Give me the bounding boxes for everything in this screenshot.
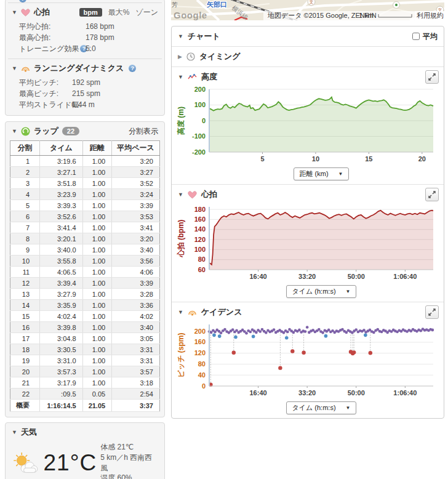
expand-button[interactable]: [425, 188, 439, 201]
elevation-title: 高度: [201, 71, 217, 83]
column-header: 分割: [10, 141, 40, 156]
svg-text:高度 (m): 高度 (m): [177, 107, 185, 135]
table-row: 203:57.31.003:57: [10, 366, 160, 377]
stat-row: トレーニング効果:5.0: [6, 43, 164, 54]
map-terms-link[interactable]: 利用規約: [417, 12, 444, 19]
weather-body: 21°C 体感 21℃5 km／h 西南西 風湿度 60%: [6, 441, 164, 479]
charts-title: チャート: [188, 31, 220, 42]
tab-zone[interactable]: ゾーン: [135, 7, 158, 18]
laps-section-header[interactable]: ▼ ラップ 22 分割表示: [6, 122, 164, 140]
svg-text:40: 40: [198, 371, 206, 379]
sun-cloud-icon: [12, 449, 39, 477]
map-canvas: 文 文 芳 矢部口 横浜線 Google 地図データ ©2015 Google,…: [171, 0, 444, 20]
svg-text:200: 200: [194, 86, 206, 93]
elevation-axis-select-row: 距離 (km)▼: [172, 167, 444, 184]
collapse-triangle-icon[interactable]: ▼: [178, 192, 183, 198]
cadence-axis-select-row: タイム (h:m:s)▼: [172, 401, 444, 418]
dropdown-value: 距離 (km): [300, 169, 329, 179]
heart-rate-chart-header[interactable]: ▼ 心拍: [172, 185, 444, 203]
heart-rate-stats: 平均心拍:168 bpm最高心拍:178 bpmトレーニング効果:5.0: [6, 21, 164, 54]
weather-detail-line: 5 km／h 西南西 風: [100, 453, 159, 473]
heart-icon: [21, 9, 30, 17]
heart-rate-chart[interactable]: 608010012014016018016:4033:2050:001:06:4…: [174, 203, 442, 284]
svg-text:文: 文: [310, 0, 314, 4]
svg-text:50:00: 50:00: [348, 273, 365, 280]
cadence-section: ▼ ケイデンス 0408012016020016:4033:2050:001:0…: [172, 302, 444, 418]
charts-header: ▼ チャート 平均: [172, 26, 444, 47]
elevation-section: ▼ 高度 -200-10001002005101520高度 (m) 距離 (km…: [172, 67, 444, 184]
heart-icon: [188, 191, 197, 199]
map-edge-label: 芳: [171, 1, 178, 8]
svg-text:16:40: 16:40: [250, 389, 267, 396]
chevron-down-icon: ▼: [346, 405, 351, 411]
svg-text:1:06:40: 1:06:40: [393, 389, 417, 396]
expand-icon: [428, 308, 436, 316]
table-row: 73:41.41.003:41: [10, 222, 160, 233]
lap-table-body: 13:19.61.003:2023:27.11.003:2733:51.81.0…: [10, 156, 160, 412]
route-map[interactable]: 文 文 芳 矢部口 横浜線 Google 地図データ ©2015 Google,…: [171, 0, 444, 20]
collapse-triangle-icon[interactable]: ▼: [12, 10, 17, 15]
table-row: 43:23.91.003:24: [10, 189, 160, 200]
table-row: 13:19.61.003:20: [10, 156, 160, 167]
running-dynamics-section-header[interactable]: ▼ ランニングダイナミクス: [6, 59, 164, 77]
collapse-triangle-icon[interactable]: ▼: [12, 66, 17, 71]
map-poi-school-icon: 文: [308, 0, 315, 6]
heart-rate-title: 心拍: [34, 7, 50, 18]
cadence-section-header[interactable]: ▼ ケイデンス: [172, 302, 444, 321]
running-dynamics-stats: 平均ピッチ:192 spm最高ピッチ:215 spm平均ストライド幅:1.44 …: [6, 77, 164, 115]
lap-icon: [21, 127, 30, 136]
expand-button[interactable]: [425, 70, 439, 84]
elevation-chart[interactable]: -200-10001002005101520高度 (m): [174, 86, 442, 167]
svg-text:-200: -200: [192, 148, 206, 156]
map-scale-label: 1 km: [359, 12, 374, 19]
stat-row: 平均ピッチ:192 spm: [6, 77, 164, 88]
column-header: タイム: [40, 141, 82, 156]
expand-icon: [428, 73, 436, 81]
weather-detail-line: 湿度 60%: [100, 473, 159, 479]
weather-section-header[interactable]: ▼ 天気: [6, 423, 164, 441]
cadence-x-axis-dropdown[interactable]: タイム (h:m:s)▼: [286, 401, 357, 414]
table-row: 213:17.91.003:18: [10, 377, 160, 388]
collapse-triangle-icon[interactable]: ▼: [178, 74, 183, 80]
expand-triangle-icon[interactable]: ▶: [178, 54, 182, 60]
help-icon[interactable]: [19, 0, 26, 2]
table-row: 114:06.51.004:06: [10, 267, 160, 278]
heart-rate-panel: ▼ 心拍 bpm 最大% ゾーン 平均心拍:168 bpm最高心拍:178 bp…: [5, 0, 165, 116]
average-label: 平均: [423, 31, 438, 42]
collapse-triangle-icon[interactable]: ▼: [12, 129, 17, 134]
hr-x-axis-dropdown[interactable]: タイム (h:m:s)▼: [286, 285, 357, 298]
svg-text:0: 0: [202, 382, 206, 390]
column-header: 距離: [82, 141, 112, 156]
collapse-triangle-icon[interactable]: ▼: [178, 310, 183, 315]
table-row: 103:55.81.003:56: [10, 256, 160, 267]
svg-text:160: 160: [194, 338, 206, 345]
help-icon[interactable]: [129, 65, 136, 72]
expand-button[interactable]: [425, 305, 439, 319]
elevation-x-axis-dropdown[interactable]: 距離 (km)▼: [294, 167, 350, 180]
average-checkbox[interactable]: [412, 33, 420, 40]
collapse-triangle-icon[interactable]: ▼: [12, 430, 17, 435]
table-row: 83:20.11.003:20: [10, 233, 160, 244]
collapse-triangle-icon[interactable]: ▼: [178, 34, 183, 39]
tab-max-percent[interactable]: 最大%: [108, 7, 130, 18]
cadence-chart[interactable]: 0408012016020016:4033:2050:001:06:40ピッチ …: [174, 321, 442, 401]
svg-text:0: 0: [202, 117, 206, 124]
svg-text:心拍 (bpm): 心拍 (bpm): [177, 220, 185, 258]
heart-rate-section-header[interactable]: ▼ 心拍 bpm 最大% ゾーン: [6, 3, 164, 21]
svg-text:200: 200: [194, 328, 206, 335]
svg-text:1:06:40: 1:06:40: [393, 273, 417, 280]
svg-text:180: 180: [194, 206, 206, 213]
main-content: 文 文 芳 矢部口 横浜線 Google 地図データ ©2015 Google,…: [171, 0, 444, 419]
stat-row: 最高心拍:178 bpm: [6, 32, 164, 43]
elevation-section-header[interactable]: ▼ 高度: [172, 67, 444, 86]
svg-text:100: 100: [194, 246, 206, 253]
timing-title: タイミング: [199, 51, 241, 62]
timing-section-header[interactable]: ▶ タイミング: [172, 47, 444, 67]
dropdown-value: タイム (h:m:s): [292, 403, 336, 413]
average-toggle[interactable]: 平均: [412, 31, 438, 42]
cadence-title: ケイデンス: [201, 307, 242, 318]
lap-table-header-row: 分割タイム距離平均ペース: [10, 141, 160, 156]
split-view-link[interactable]: 分割表示: [129, 126, 158, 137]
svg-text:80: 80: [198, 256, 206, 263]
tab-bpm[interactable]: bpm: [79, 8, 102, 17]
